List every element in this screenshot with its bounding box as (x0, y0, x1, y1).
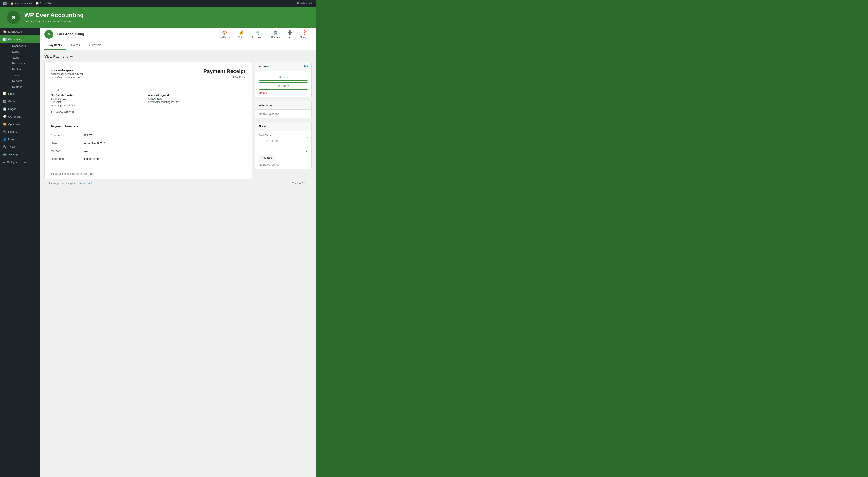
edit-link[interactable]: Edit (303, 65, 308, 68)
ea-new-icon: ➕ (287, 30, 292, 35)
share-label: Share (281, 84, 289, 88)
sidebar-appearance-label: Appearance (8, 123, 24, 126)
notes-panel: Notes ADD NOTE Add Note No notes found. (255, 122, 312, 169)
delete-link[interactable]: Delete (259, 91, 308, 95)
ea-nav-support[interactable]: ❓ Support (297, 28, 312, 40)
sidebar-dashboard-label: Dashboard (8, 30, 22, 33)
sidebar-item-tools[interactable]: 🔧 Tools (0, 143, 40, 151)
posts-icon: 📝 (3, 92, 6, 95)
sidebar-item-dashboard[interactable]: 🏠 Dashboard (0, 28, 40, 35)
back-button[interactable]: ↩ (70, 55, 73, 59)
from-to-section: From Dr. Calista Harber Schmeler Ltd Kri… (51, 89, 245, 120)
attachment-panel: Attachment No file uploaded (255, 101, 312, 118)
ea-purchases-icon: 🛒 (255, 30, 260, 35)
new-item[interactable]: + New (44, 2, 52, 5)
ea-logo-letter: a (48, 32, 50, 36)
site-name-item[interactable]: 🏠 accountingnext (10, 2, 32, 5)
receipt-id: #PAY-0017 (204, 75, 245, 78)
note-textarea[interactable] (259, 137, 308, 152)
sidebar-item-comments[interactable]: 💬 Comments (0, 113, 40, 120)
add-note-label: ADD NOTE (259, 133, 308, 136)
reference-value: consequatur (83, 157, 99, 161)
sidebar-item-plugins[interactable]: 🔌 Plugins (0, 128, 40, 136)
app-title: WP Ever Accounting (24, 12, 84, 19)
page-content: View Payment ↩ accountingnext admin@acco… (40, 50, 316, 192)
sidebar-item-settings[interactable]: ⚙️ Settings (0, 151, 40, 158)
sidebar-item-users[interactable]: 👤 Users (0, 136, 40, 143)
comment-icon: 💬 (36, 2, 39, 5)
from-city: Kris Inlet (51, 101, 148, 104)
notes-panel-body: ADD NOTE Add Note No notes found. (255, 131, 311, 169)
pages-icon: 📄 (3, 107, 6, 110)
sidebar-plugins-label: Plugins (8, 130, 18, 133)
print-button[interactable]: 🖨 Print (259, 73, 308, 81)
wp-logo-item[interactable]: W (3, 1, 7, 6)
media-icon: 🖼 (3, 100, 6, 103)
to-label: To (148, 89, 246, 92)
sidebar-sub-reports[interactable]: Reports (6, 78, 40, 84)
sidebar-item-pages[interactable]: 📄 Pages (0, 105, 40, 113)
actions-title: Actions (259, 65, 269, 68)
amount-value: $73.57 (83, 134, 92, 137)
tab-payments-label: Payments (49, 43, 62, 46)
comments-item[interactable]: 💬 0 (36, 2, 41, 5)
receipt-footer: Thank you for using Ever Accounting! (45, 169, 251, 179)
receipt-title: Payment Receipt (204, 68, 245, 74)
ea-nav-banking[interactable]: 🏦 Banking (268, 28, 283, 40)
sidebar-wp-section: 🏠 Dashboard 📊 Accounting Dashboard Items… (0, 28, 40, 90)
receipt-container: accountingnext admin@accountingnext.test… (44, 62, 252, 179)
sidebar-comments-label: Comments (8, 115, 22, 118)
from-company: Schmeler Ltd (51, 97, 148, 100)
sidebar-collapse-menu[interactable]: ◀ Collapse menu (0, 158, 40, 166)
sidebar-sub-settings[interactable]: Settings (6, 84, 40, 90)
to-name: accountingnext (148, 94, 246, 97)
sidebar-sub-items[interactable]: Items (6, 49, 40, 55)
add-note-button[interactable]: Add Note (259, 155, 275, 161)
actions-panel-body: 🖨 Print ↗ Share Delete (255, 71, 311, 97)
sidebar-accounting-label: Accounting (8, 37, 22, 41)
sidebar-sub-purchases[interactable]: Purchases (6, 61, 40, 66)
summary-row-amount: Amount $73.57 (51, 132, 245, 139)
appearance-icon: 🎨 (3, 123, 6, 126)
comments-count: 0 (40, 2, 41, 5)
share-icon: ↗ (278, 84, 280, 88)
sidebar-sub-dashboard[interactable]: Dashboard (6, 43, 40, 49)
sidebar-item-media[interactable]: 🖼 Media (0, 98, 40, 105)
ea-banking-icon: 🏦 (273, 30, 278, 35)
sidebar-pages-label: Pages (8, 107, 16, 110)
share-button[interactable]: ↗ Share (259, 82, 308, 90)
ea-support-label: Support (300, 36, 309, 38)
company-name: accountingnext (51, 68, 83, 72)
ea-brand-label: Ever Accounting (57, 32, 84, 36)
sidebar-sub-banking[interactable]: Banking (6, 66, 40, 72)
from-region: North Kipchester Ohio (51, 104, 148, 107)
sidebar-sub-sales[interactable]: Sales (6, 55, 40, 61)
summary-row-date: Date November 9, 2024 (51, 139, 245, 147)
accounting-icon: 📊 (3, 37, 6, 41)
ea-nav-new[interactable]: ➕ New (284, 28, 295, 40)
tab-payments[interactable]: Payments (44, 41, 65, 50)
date-label: Date (51, 142, 83, 145)
company-info: accountingnext admin@accountingnext.test… (51, 68, 83, 79)
tab-customers[interactable]: Customers (84, 41, 105, 50)
app-breadcrumb: Sales > Payments > View Payment (24, 20, 84, 23)
tab-invoices[interactable]: Invoices (65, 41, 84, 50)
howdy-label: Howdy, admin (297, 2, 313, 5)
ea-dashboard-label: Dashboard (219, 36, 230, 38)
sidebar-item-appearance[interactable]: 🎨 Appearance (0, 120, 40, 128)
ea-nav-purchases[interactable]: 🛒 Purchases (249, 28, 267, 40)
receipt-area: accountingnext admin@accountingnext.test… (45, 62, 251, 169)
dashboard-icon: 🏠 (3, 30, 6, 33)
method-value: N/A (83, 149, 88, 152)
tab-customers-label: Customers (88, 43, 101, 46)
sidebar-sub-tools[interactable]: Tools (6, 72, 40, 78)
actions-panel: Actions Edit 🖨 Print ↗ Share (255, 62, 312, 97)
sidebar: 🏠 Dashboard 📊 Accounting Dashboard Items… (0, 28, 40, 477)
footer-link[interactable]: Ever Accounting! (72, 182, 92, 185)
ea-nav-sales[interactable]: 💰 Sales (235, 28, 247, 40)
ea-logo: a (44, 30, 53, 39)
attachment-panel-body: No file uploaded (255, 110, 311, 118)
sidebar-item-accounting[interactable]: 📊 Accounting (0, 35, 40, 43)
ea-nav-dashboard[interactable]: 🏠 Dashboard (216, 28, 234, 40)
sidebar-item-posts[interactable]: 📝 Posts (0, 90, 40, 98)
